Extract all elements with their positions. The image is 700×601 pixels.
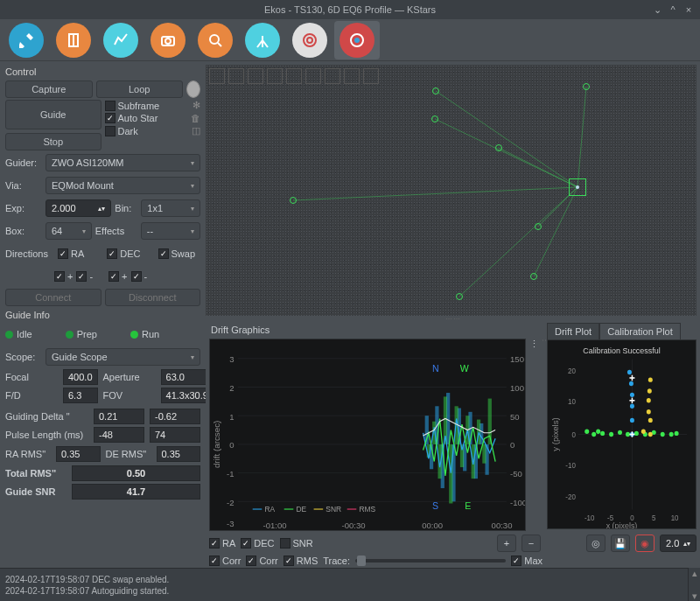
- tripod-icon: [253, 31, 272, 50]
- svg-point-124: [641, 430, 646, 434]
- svg-text:RA: RA: [264, 505, 275, 514]
- autostar-check[interactable]: ✓Auto Star🗑: [105, 113, 201, 123]
- dec-minus-check[interactable]: ✓-: [131, 271, 148, 282]
- svg-text:1: 1: [229, 411, 234, 421]
- svg-point-115: [630, 393, 634, 397]
- img-grid-icon[interactable]: [325, 68, 340, 84]
- stop-button[interactable]: Stop: [5, 133, 102, 150]
- svg-text:x (pixels): x (pixels): [606, 521, 638, 528]
- star-marker: [495, 144, 502, 151]
- ra-minus-check[interactable]: ✓-: [76, 271, 93, 282]
- external-guide-icon[interactable]: [186, 80, 200, 98]
- star-marker: [530, 273, 537, 280]
- box-combo[interactable]: 64: [46, 222, 92, 240]
- guide-tab[interactable]: [334, 21, 380, 59]
- trash-icon[interactable]: 🗑: [191, 113, 200, 123]
- star-marker: [290, 197, 297, 204]
- exp-field[interactable]: 2.000▴▾: [46, 199, 111, 217]
- scope-combo[interactable]: Guide Scope: [46, 348, 200, 366]
- clear-icon[interactable]: ◫: [192, 125, 200, 136]
- dec-toggle[interactable]: ✓DEC: [241, 538, 274, 549]
- svg-text:-1: -1: [227, 469, 234, 479]
- ra-rms-val: 0.35: [56, 446, 101, 462]
- save-btn[interactable]: 💾: [611, 535, 630, 552]
- align-tab[interactable]: [240, 21, 285, 59]
- ra-check[interactable]: ✓RA: [58, 248, 84, 259]
- svg-text:-20: -20: [565, 493, 576, 500]
- svg-point-123: [648, 377, 653, 381]
- analyze-tab[interactable]: [98, 21, 144, 59]
- guide-snr-val: 41.7: [72, 484, 200, 500]
- loop-button[interactable]: Loop: [96, 80, 184, 98]
- dec-check[interactable]: ✓DEC: [107, 248, 140, 259]
- zoom-in-button[interactable]: +: [497, 535, 516, 552]
- calibration-plot[interactable]: Calibration Successful -10-50510: [547, 339, 696, 529]
- guideinfo-section-title: Guide Info: [5, 310, 200, 320]
- snr-toggle[interactable]: SNR: [280, 538, 313, 549]
- img-zoom1-icon[interactable]: [209, 68, 225, 84]
- minimize-icon[interactable]: ⌄: [651, 3, 663, 16]
- focal-val: 400.0: [63, 369, 98, 385]
- left-panel: Control Capture Loop Guide Stop Subframe…: [0, 61, 206, 568]
- dec-plus-check[interactable]: ✓+: [108, 271, 127, 282]
- bin-combo[interactable]: 1x1: [141, 199, 200, 217]
- drift-options-icon[interactable]: ⋮: [529, 339, 542, 351]
- trace-slider[interactable]: [355, 559, 506, 563]
- dark-check[interactable]: Dark◫: [105, 125, 201, 136]
- effects-combo[interactable]: --: [141, 222, 200, 240]
- svg-text:N: N: [432, 363, 439, 374]
- svg-point-120: [647, 409, 651, 414]
- img-zoom2-icon[interactable]: [228, 68, 244, 84]
- disconnect-button[interactable]: Disconnect: [105, 289, 201, 306]
- svg-text:100: 100: [510, 383, 524, 393]
- svg-point-121: [647, 398, 651, 402]
- zoom-field[interactable]: 2.0▴▾: [660, 535, 696, 552]
- ra-toggle[interactable]: ✓RA: [209, 538, 235, 549]
- svg-text:0: 0: [510, 440, 514, 450]
- img-zoom3-icon[interactable]: [248, 68, 263, 84]
- corr2-toggle[interactable]: ✓Corr: [246, 556, 277, 566]
- img-zoom4-icon[interactable]: [267, 68, 283, 84]
- svg-point-117: [627, 370, 632, 374]
- svg-point-116: [629, 381, 634, 386]
- target-btn[interactable]: ◎: [586, 535, 606, 552]
- maximize-icon[interactable]: ^: [667, 3, 679, 16]
- corr1-toggle[interactable]: ✓Corr: [209, 556, 241, 566]
- svg-text:y (pixels): y (pixels): [551, 417, 560, 451]
- guider-combo[interactable]: ZWO ASI120MM: [46, 154, 200, 171]
- img-cross-icon[interactable]: [305, 68, 321, 84]
- ra-plus-check[interactable]: ✓+: [54, 271, 73, 282]
- drift-plot[interactable]: 321 0-1-2-3 15010050 0-50-100: [209, 339, 526, 531]
- guide-image[interactable]: [206, 65, 696, 316]
- capture-button[interactable]: Capture: [5, 80, 93, 98]
- mount-tab[interactable]: [287, 21, 332, 59]
- img-marker-icon[interactable]: [363, 68, 379, 84]
- record-btn[interactable]: ◉: [635, 535, 654, 552]
- img-star-icon[interactable]: [344, 68, 360, 84]
- status-line-1: 2024-02-17T19:58:07 DEC swap enabled.: [5, 575, 682, 584]
- rms-toggle[interactable]: ✓RMS: [284, 556, 318, 566]
- svg-point-102: [618, 430, 622, 435]
- close-icon[interactable]: ×: [682, 3, 695, 16]
- log-scrollbar[interactable]: ▴ ▾: [688, 568, 700, 601]
- focus-tab[interactable]: [192, 21, 238, 59]
- zoom-out-button[interactable]: −: [522, 535, 541, 552]
- subframe-check[interactable]: Subframe✻: [105, 100, 201, 111]
- tab-calibration-plot[interactable]: Calibration Plot: [599, 323, 681, 339]
- ccd-tab[interactable]: [145, 21, 191, 59]
- svg-line-5: [218, 43, 221, 46]
- setup-tab[interactable]: [4, 21, 49, 59]
- connect-button[interactable]: Connect: [5, 289, 102, 306]
- via-combo[interactable]: EQMod Mount: [46, 177, 200, 194]
- max-toggle[interactable]: ✓Max: [511, 556, 542, 566]
- scheduler-tab[interactable]: [51, 21, 96, 59]
- splitter-h[interactable]: ⋯⋯: [206, 316, 700, 323]
- img-stretch-icon[interactable]: [286, 68, 302, 84]
- svg-text:DE: DE: [296, 505, 306, 514]
- svg-text:00:30: 00:30: [492, 521, 513, 530]
- swap-check[interactable]: ✓Swap: [158, 248, 196, 259]
- guide-button[interactable]: Guide: [5, 100, 102, 129]
- pulse-ra: -48: [94, 427, 144, 443]
- svg-text:5: 5: [652, 514, 656, 522]
- tab-drift-plot[interactable]: Drift Plot: [547, 323, 599, 339]
